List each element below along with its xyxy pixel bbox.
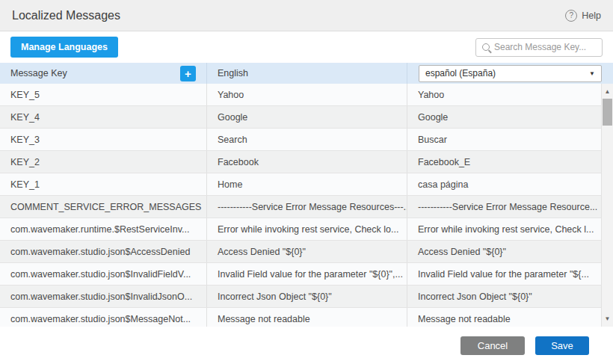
chevron-down-icon: ▼ xyxy=(589,70,595,77)
search-input[interactable] xyxy=(494,42,596,52)
message-key-cell: KEY_5 xyxy=(0,84,207,105)
translation-value-cell[interactable]: Incorrect Json Object "${0}" xyxy=(407,286,601,307)
table-row: com.wavemaker.runtime.$RestServiceInv...… xyxy=(0,218,601,241)
translation-value-cell[interactable]: Error while invoking rest service, Check… xyxy=(407,218,601,240)
table-row: com.wavemaker.studio.json$InvalidJsonO..… xyxy=(0,286,601,308)
english-value-cell[interactable]: Incorrect Json Object "${0}" xyxy=(207,286,407,307)
message-key-cell: KEY_2 xyxy=(0,151,207,173)
cancel-button[interactable]: Cancel xyxy=(460,336,525,355)
translation-value-cell[interactable]: Access Denied "${0}" xyxy=(407,241,601,262)
manage-languages-button[interactable]: Manage Languages xyxy=(10,37,118,58)
table-row: KEY_2 Facebook Facebook_E xyxy=(0,151,601,173)
message-key-cell: KEY_1 xyxy=(0,173,207,195)
english-value-cell[interactable]: Facebook xyxy=(207,151,407,173)
message-key-cell: com.wavemaker.studio.json$InvalidJsonO..… xyxy=(0,286,207,307)
translation-value-cell[interactable]: Buscar xyxy=(407,129,601,150)
add-key-button[interactable]: + xyxy=(180,66,196,81)
message-key-header-label: Message Key xyxy=(10,68,67,78)
english-value-cell[interactable]: Home xyxy=(207,173,407,195)
page-title: Localized Messages xyxy=(12,9,120,22)
table-row: KEY_4 Google Google xyxy=(0,106,601,129)
language-select[interactable]: español (España) ▼ xyxy=(419,65,602,82)
table-row: com.wavemaker.studio.json$MessageNot... … xyxy=(0,308,601,327)
table-row: KEY_1 Home casa página xyxy=(0,173,601,196)
message-key-cell: KEY_4 xyxy=(0,106,207,128)
english-value-cell[interactable]: Invalid Field value for the parameter "$… xyxy=(207,263,407,285)
english-value-cell[interactable]: Access Denied "${0}" xyxy=(207,241,407,262)
english-value-cell[interactable]: Error while invoking rest service, Check… xyxy=(207,218,407,240)
english-value-cell[interactable]: Message not readable xyxy=(207,308,407,327)
message-key-cell: COMMENT_SERVICE_ERROR_MESSAGES xyxy=(0,196,207,218)
english-value-cell[interactable]: -----------Service Error Message Resourc… xyxy=(207,196,407,218)
table-row: com.wavemaker.studio.json$InvalidFieldV.… xyxy=(0,263,601,286)
table-row: KEY_3 Search Buscar xyxy=(0,129,601,151)
message-key-cell: KEY_3 xyxy=(0,129,207,150)
message-key-cell: com.wavemaker.studio.json$AccessDenied xyxy=(0,241,207,262)
column-header-language: español (España) ▼ xyxy=(407,63,613,84)
language-select-value: español (España) xyxy=(425,68,496,78)
search-icon xyxy=(482,43,490,51)
translation-value-cell[interactable]: casa página xyxy=(407,173,601,195)
grid-header: Message Key + English español (España) ▼ xyxy=(0,63,613,84)
help-icon: ? xyxy=(565,10,577,22)
translation-value-cell[interactable]: Google xyxy=(407,106,601,128)
grid-body-container: KEY_5 Yahoo Yahoo KEY_4 Google Google KE… xyxy=(0,84,613,327)
save-button[interactable]: Save xyxy=(535,336,589,355)
translation-value-cell[interactable]: Invalid Field value for the parameter "$… xyxy=(407,263,601,285)
translation-value-cell[interactable]: Yahoo xyxy=(407,84,601,105)
column-header-message-key: Message Key + xyxy=(0,63,207,84)
translation-value-cell[interactable]: -----------Service Error Message Resourc… xyxy=(407,196,601,218)
title-bar: Localized Messages ? Help xyxy=(0,0,613,31)
toolbar: Manage Languages xyxy=(0,31,613,63)
help-button[interactable]: ? Help xyxy=(565,10,601,22)
help-label: Help xyxy=(582,10,601,21)
translation-value-cell[interactable]: Facebook_E xyxy=(407,151,601,173)
message-key-cell: com.wavemaker.studio.json$MessageNot... xyxy=(0,308,207,327)
footer: Cancel Save xyxy=(0,327,613,364)
vertical-scrollbar[interactable]: ▲ ▼ xyxy=(601,84,613,327)
message-key-cell: com.wavemaker.studio.json$InvalidFieldV.… xyxy=(0,263,207,285)
english-header-label: English xyxy=(218,68,248,78)
search-box[interactable] xyxy=(475,38,603,57)
scroll-down-arrow-icon[interactable]: ▼ xyxy=(602,315,613,322)
scroll-up-arrow-icon[interactable]: ▲ xyxy=(602,88,613,95)
table-row: com.wavemaker.studio.json$AccessDenied A… xyxy=(0,241,601,263)
column-header-english: English xyxy=(207,63,407,84)
english-value-cell[interactable]: Search xyxy=(207,129,407,150)
translation-value-cell[interactable]: Message not readable xyxy=(407,308,601,327)
grid-rows: KEY_5 Yahoo Yahoo KEY_4 Google Google KE… xyxy=(0,84,601,327)
message-key-cell: com.wavemaker.runtime.$RestServiceInv... xyxy=(0,218,207,240)
table-row: KEY_5 Yahoo Yahoo xyxy=(0,84,601,106)
table-row: COMMENT_SERVICE_ERROR_MESSAGES ---------… xyxy=(0,196,601,218)
english-value-cell[interactable]: Yahoo xyxy=(207,84,407,105)
english-value-cell[interactable]: Google xyxy=(207,106,407,128)
scrollbar-thumb[interactable] xyxy=(603,99,612,126)
